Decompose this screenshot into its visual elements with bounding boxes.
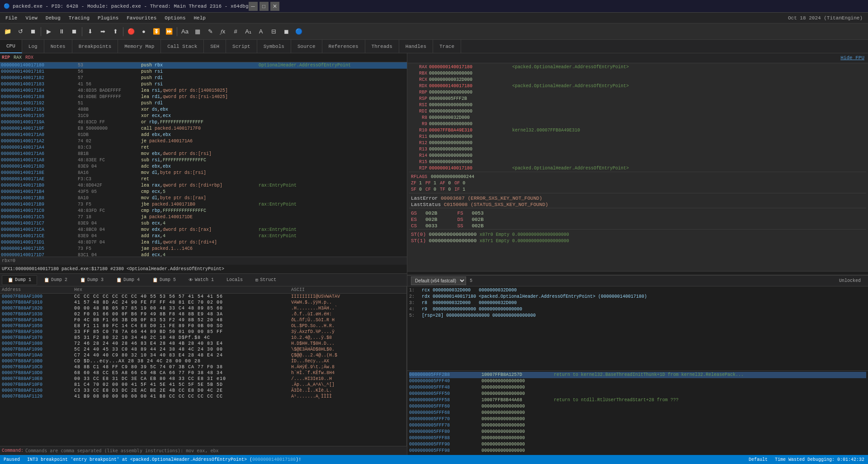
tab-memory-map[interactable]: Memory Map <box>118 40 161 53</box>
dump-row-15[interactable]: 00007FB88AF10F0 81 C4 70 02 00 00 41 5F … <box>0 382 406 388</box>
cs-row-1[interactable]: 1: rcx 0000000032D000 0000000032D000 <box>409 287 866 294</box>
dump-row-12[interactable]: 00007FB88AF10C0 48 8B C1 48 FF C9 80 39 … <box>0 364 406 370</box>
tb-step-into[interactable]: ⬇ <box>84 26 96 37</box>
btab-dump5[interactable]: 📋 Dump 5 <box>146 275 182 285</box>
disasm-row-29[interactable]: 00000001400171D5 73 F5 jae packed.1...14… <box>0 246 407 252</box>
command-input[interactable] <box>25 448 405 453</box>
btab-dump2[interactable]: 📋 Dump 2 <box>38 275 73 285</box>
dump-row-2[interactable]: 00007FB88AF1020 00 00 48 8B 05 07 85 19 … <box>0 305 406 311</box>
stack-row-7[interactable]: 0000000005FFF70 0000000000000000 <box>409 416 866 422</box>
disasm-row-23[interactable]: 00000001400171C0 48:83FD FC cmp rbp,FFFF… <box>0 208 407 214</box>
disasm-row-2[interactable]: 0000000140017182 57 push rdi <box>0 75 407 81</box>
tb-hash[interactable]: # <box>230 26 241 37</box>
tab-breakpoints[interactable]: Breakpoints <box>72 40 118 53</box>
dump-row-11[interactable]: 00007FB88AF10B0 CD $D...ecy...AX 28 38 2… <box>0 358 406 364</box>
tab-seh[interactable]: SEH <box>204 40 226 53</box>
disasm-row-17[interactable]: 000000014001718E 8A16 mov dl,byte ptr ds… <box>0 170 407 176</box>
registers-area[interactable]: RAX 0000000140017180 <packed.OptionalHea… <box>407 63 868 271</box>
disasm-row-10[interactable]: 000000014001719F E8 50000000 call packed… <box>0 126 407 132</box>
disasm-row-9[interactable]: 000000014001719A 48:83CD FF or rbp,FFFFF… <box>0 119 407 126</box>
disasm-row-3[interactable]: 0000000140017183 41 56 push rsi <box>0 81 407 88</box>
disasm-row-8[interactable]: 0000000140017195 31C9 xor ecx,ecx <box>0 113 407 119</box>
tb-trace-into[interactable]: ⏬ <box>151 26 162 37</box>
callstack-selector[interactable]: Default (x64 fastcall) <box>411 277 466 285</box>
stack-row-8[interactable]: 0000000005FFF78 0000000000000000 <box>409 422 866 429</box>
stack-row-10[interactable]: 0000000005FFF88 0000000000000000 <box>409 435 866 441</box>
close-button[interactable]: ✕ <box>270 2 279 11</box>
stack-row-4[interactable]: 0000000005FFF58 10007FFB8B44A68 return t… <box>409 397 866 403</box>
disasm-row-21[interactable]: 00000001400171B8 8A10 mov dl,byte ptr ds… <box>0 195 407 202</box>
menu-view[interactable]: View <box>22 14 41 22</box>
disasm-row-15[interactable]: 00000001400171A8 48:83EE FC sub rsi,FFFF… <box>0 157 407 164</box>
disasm-row-16[interactable]: 000000014001718D 83E9 04 adc ebx,ebx <box>0 164 407 170</box>
dump-row-6[interactable]: 00007FB88AF1060 33 FF 85 C0 78 7A 66 44 … <box>0 329 406 335</box>
disasm-row-25[interactable]: 00000001400171C7 83E9 04 sub ecx,4 <box>0 220 407 227</box>
disasm-row-14[interactable]: 00000001400171A6 8B1B mov ebx,dword ptr … <box>0 151 407 157</box>
menu-favourites[interactable]: Favourites <box>123 14 160 22</box>
dump-row-9[interactable]: 00007FB88AF1090 5C 24 40 45 33 C0 48 89 … <box>0 347 406 352</box>
dump-row-17[interactable]: 00007FB88AF1120 41 B9 08 00 00 00 00 00 … <box>0 394 406 399</box>
tb-run[interactable]: ▶ <box>43 26 55 37</box>
dump-row-13[interactable]: 00007FB88AF10D0 68 60 48 CC E5 A8 66 C0 … <box>0 370 406 376</box>
tab-source[interactable]: Source <box>291 40 322 53</box>
callstack-body[interactable]: 1: rcx 0000000032D000 0000000032D000 2: … <box>407 286 868 370</box>
tb-log2[interactable]: A <box>255 26 267 37</box>
disasm-row-7[interactable]: 0000000140017193 488B xor ds,ebx <box>0 107 407 113</box>
disasm-row-0[interactable]: 0000000140017180 53 push rbx OptionalHea… <box>0 62 407 69</box>
tb-close[interactable]: ⏹ <box>27 26 39 37</box>
stack-row-1[interactable]: 0000000005FFF40 0000000000000000 <box>409 378 866 384</box>
tb-settings[interactable]: ⊟ <box>268 26 279 37</box>
stack-row-11[interactable]: 0000000005FFF90 0000000000000000 <box>409 441 866 448</box>
disasm-row-12[interactable]: 00000001400171A2 74 02 je packed.1400171… <box>0 138 407 145</box>
dump-row-7[interactable]: 00007FB88AF1070 85 31 F2 80 32 10 34 40 … <box>0 335 406 341</box>
disasm-row-22[interactable]: 00000001400171B9 73 F5 jbe packed.140017… <box>0 202 407 208</box>
menu-tracing[interactable]: Tracing <box>65 14 93 22</box>
tab-symbols[interactable]: Symbols <box>257 40 291 53</box>
disasm-row-6[interactable]: 0000000140017192 51 push rdl <box>0 100 407 107</box>
dump-row-16[interactable]: 00007FB88AF1100 C3 33 CC E8 D3 DC 2E AC … <box>0 388 406 394</box>
dump-row-8[interactable]: 00007FB88AF1080 72 46 28 24 40 28 46 83 … <box>0 341 406 347</box>
disasm-row-13[interactable]: 00000001400171A4 83:C3 ret <box>0 145 407 151</box>
hide-fpu-button[interactable]: Hide FPU <box>840 55 864 61</box>
disasm-row-26[interactable]: 00000001400171CA 48:8BC0 04 mov edx,dwor… <box>0 227 407 233</box>
tb-mem[interactable]: ▦ <box>192 26 203 37</box>
tb-bp2[interactable]: ● <box>138 26 150 37</box>
tab-script[interactable]: Script <box>226 40 257 53</box>
btab-watch1[interactable]: 👁 Watch 1 <box>183 275 220 285</box>
dump-row-4[interactable]: 00007FB88AF1040 F0 4C 8B F1 66 3B DB 0F … <box>0 317 406 323</box>
tab-log[interactable]: Log <box>22 40 44 53</box>
cs-row-5[interactable]: 5: [rsp+28] 0000000000000000 00000000000… <box>409 313 866 319</box>
cs-row-4[interactable]: 4: r9 0000000000000000 0000000000000000 <box>409 306 866 313</box>
stack-row-12[interactable]: 0000000005FFF98 0000000000000000 <box>409 448 866 454</box>
btab-dump3[interactable]: 📋 Dump 3 <box>74 275 109 285</box>
dump-body[interactable]: 00007FB88AF1000 CC CC CC CC CC CC CC 40 … <box>0 294 406 446</box>
disasm-row-27[interactable]: 00000001400171CE 83E9 04 add rax,4 rax:E… <box>0 233 407 239</box>
btab-dump4[interactable]: 📋 Dump 4 <box>110 275 146 285</box>
tb-step-over[interactable]: ➡ <box>97 26 108 37</box>
tb-patch[interactable]: ✎ <box>204 26 216 37</box>
tb-pause[interactable]: ⏸ <box>56 26 67 37</box>
tab-references[interactable]: References <box>322 40 365 53</box>
tb-open[interactable]: 📁 <box>2 26 14 37</box>
stack-panel[interactable]: 000000005FFF2B8 10007FFB8A1257D return t… <box>407 370 868 455</box>
disasm-row-5[interactable]: 0000000140017188 48:8DBE DBFFFFFF lea rd… <box>0 94 407 100</box>
stack-row-3[interactable]: 0000000005FFF50 0000000000000000 <box>409 391 866 397</box>
disasm-row-19[interactable]: 00000001400171B0 48:8D042F lea rax,qword… <box>0 183 407 189</box>
tb-info[interactable]: 🔵 <box>293 26 305 37</box>
dump-row-10[interactable]: 00007FB88AF10A0 C7 24 40 40 C9 80 32 10 … <box>0 352 406 358</box>
disasm-row-20[interactable]: 00000001400171B4 43F5 05 cmp ecx,5 <box>0 189 407 195</box>
disasm-scroll[interactable]: 0000000140017180 53 push rbx OptionalHea… <box>0 62 407 257</box>
tb-more[interactable]: ◼ <box>280 26 292 37</box>
stack-row-0[interactable]: 000000005FFF2B8 10007FFB8A1257D return t… <box>409 372 866 378</box>
disasm-row-30[interactable]: 00000001400171D7 83C1 04 add ecx,4 <box>0 252 407 257</box>
tab-trace[interactable]: Trace <box>433 40 461 53</box>
dump-row-0[interactable]: 00007FB88AF1000 CC CC CC CC CC CC CC 40 … <box>0 294 406 300</box>
disasm-area[interactable]: 0000000140017180 53 push rbx OptionalHea… <box>0 62 407 257</box>
menu-debug[interactable]: Debug <box>42 14 64 22</box>
tb-restart[interactable]: ↺ <box>14 26 26 37</box>
cs-row-2[interactable]: 2: rdx 0000000140017180 <packed.Optional… <box>409 294 866 300</box>
cs-row-3[interactable]: 3: r8 0000000032D000 0000000032D000 <box>409 300 866 306</box>
stack-row-5[interactable]: 0000000005FFF60 0000000000000000 <box>409 403 866 410</box>
disasm-row-11[interactable]: 00000001400171A0 01DB add ebx,ebx <box>0 132 407 138</box>
tab-handles[interactable]: Handles <box>399 40 433 53</box>
